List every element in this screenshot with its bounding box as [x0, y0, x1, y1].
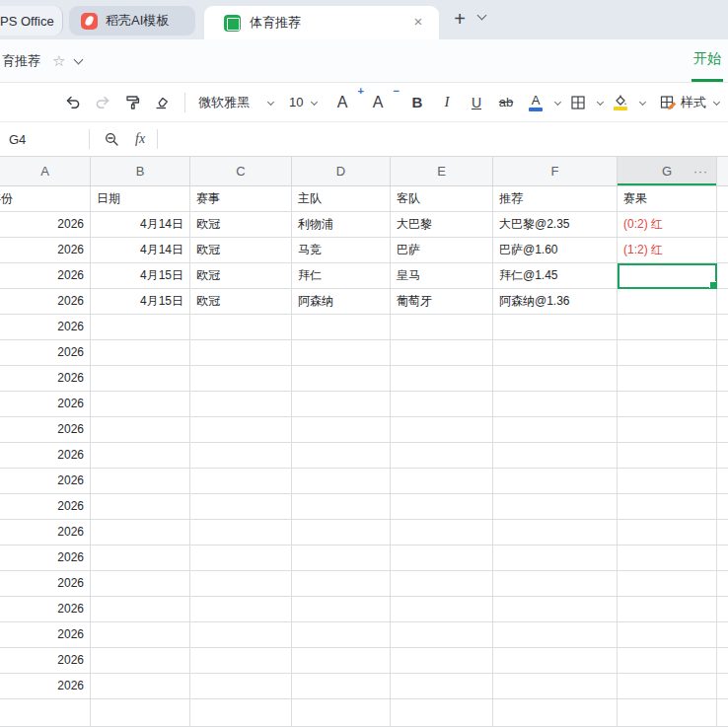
column-header-E[interactable]: E	[391, 157, 493, 185]
underline-button[interactable]: U	[463, 89, 490, 116]
star-icon[interactable]: ☆	[52, 52, 65, 70]
bold-button[interactable]: B	[403, 89, 431, 116]
cell[interactable]: 2026	[0, 597, 91, 622]
cell[interactable]	[717, 622, 728, 648]
redo-button[interactable]	[89, 89, 116, 116]
cell[interactable]: 2026	[0, 622, 91, 648]
cell[interactable]	[190, 545, 292, 571]
cell[interactable]	[292, 392, 391, 417]
cell[interactable]	[292, 699, 391, 727]
cell[interactable]	[717, 545, 728, 571]
cell[interactable]	[190, 315, 292, 340]
cell[interactable]: 葡萄牙	[391, 289, 493, 315]
cell[interactable]	[190, 674, 292, 699]
cell[interactable]	[618, 674, 717, 699]
cell[interactable]: 2026	[0, 289, 91, 315]
chevron-down-icon[interactable]	[74, 54, 84, 64]
cell[interactable]	[717, 520, 728, 545]
column-header-C[interactable]: C	[190, 157, 292, 185]
cell[interactable]	[717, 212, 728, 238]
cell[interactable]	[91, 520, 190, 545]
cell[interactable]	[292, 520, 391, 545]
eraser-icon[interactable]	[148, 89, 176, 116]
cell[interactable]	[493, 648, 618, 674]
cell[interactable]: 大巴黎@2.35	[493, 212, 618, 238]
cell[interactable]	[493, 597, 618, 622]
cell[interactable]	[618, 648, 717, 674]
cell[interactable]	[391, 545, 493, 571]
cell[interactable]	[91, 366, 190, 392]
cell[interactable]: 大巴黎	[391, 212, 493, 238]
cell[interactable]	[717, 597, 728, 622]
cell[interactable]: 2026	[0, 494, 91, 520]
cell[interactable]	[91, 622, 190, 648]
cell[interactable]	[493, 520, 618, 545]
cell[interactable]	[391, 571, 493, 597]
cell[interactable]	[391, 315, 493, 340]
cell[interactable]	[190, 392, 292, 417]
cell[interactable]	[91, 699, 190, 727]
cell[interactable]	[493, 340, 618, 366]
cell[interactable]: 欧冠	[190, 212, 292, 238]
chevron-down-icon[interactable]	[554, 99, 561, 106]
font-color-button[interactable]: A	[522, 89, 549, 116]
cell[interactable]	[190, 443, 292, 469]
increase-font-button[interactable]: A+	[328, 89, 356, 116]
cell[interactable]	[292, 545, 391, 571]
cell[interactable]	[493, 545, 618, 571]
cell[interactable]: 2026	[0, 263, 91, 289]
column-header-B[interactable]: B	[91, 157, 190, 185]
cell[interactable]	[292, 571, 391, 597]
cell[interactable]	[91, 315, 190, 340]
cell[interactable]	[618, 340, 717, 366]
cell[interactable]	[618, 597, 717, 622]
name-box[interactable]: G4	[0, 122, 87, 156]
cell[interactable]	[618, 289, 717, 315]
cell[interactable]	[190, 571, 292, 597]
cell[interactable]	[717, 494, 728, 520]
cell[interactable]: 2026	[0, 392, 91, 417]
undo-button[interactable]	[59, 89, 87, 116]
insert-function-icon[interactable]: fx	[135, 131, 145, 147]
formula-input[interactable]	[160, 122, 728, 156]
ribbon-tab-home[interactable]: 开始	[692, 38, 723, 82]
cell[interactable]	[493, 443, 618, 469]
cell[interactable]: 4月15日	[91, 263, 190, 289]
cell[interactable]	[391, 392, 493, 417]
cell[interactable]	[618, 571, 717, 597]
cell[interactable]: 皇马	[391, 263, 493, 289]
cell[interactable]: 2026	[0, 571, 91, 597]
cell[interactable]	[493, 315, 618, 340]
cell[interactable]	[717, 443, 728, 469]
cell[interactable]	[493, 674, 618, 699]
column-header-F[interactable]: F	[493, 157, 618, 185]
cell[interactable]: 2026	[0, 417, 91, 443]
cell[interactable]	[618, 545, 717, 571]
more-columns-indicator[interactable]: ···	[693, 165, 708, 179]
cell[interactable]	[190, 366, 292, 392]
cell[interactable]	[618, 469, 717, 494]
cell[interactable]: 赛果	[618, 186, 717, 212]
cell[interactable]	[717, 238, 728, 263]
cell[interactable]: 2026	[0, 366, 91, 392]
cell[interactable]	[717, 186, 728, 212]
cell[interactable]	[391, 417, 493, 443]
cell[interactable]	[292, 648, 391, 674]
close-icon[interactable]: ×	[409, 13, 427, 31]
cell[interactable]	[91, 545, 190, 571]
cell[interactable]: 利物浦	[292, 212, 391, 238]
cell[interactable]	[391, 340, 493, 366]
font-name-select[interactable]: 微软雅黑	[194, 90, 279, 115]
borders-button[interactable]	[564, 89, 592, 116]
cell[interactable]	[618, 366, 717, 392]
cell[interactable]	[292, 443, 391, 469]
column-header-A[interactable]: A	[0, 157, 91, 185]
cell[interactable]	[292, 469, 391, 494]
cell[interactable]	[190, 597, 292, 622]
cell[interactable]	[91, 571, 190, 597]
cell[interactable]	[493, 622, 618, 648]
cell[interactable]	[91, 469, 190, 494]
cell[interactable]	[91, 597, 190, 622]
cell[interactable]	[391, 469, 493, 494]
cell[interactable]: 2026	[0, 443, 91, 469]
